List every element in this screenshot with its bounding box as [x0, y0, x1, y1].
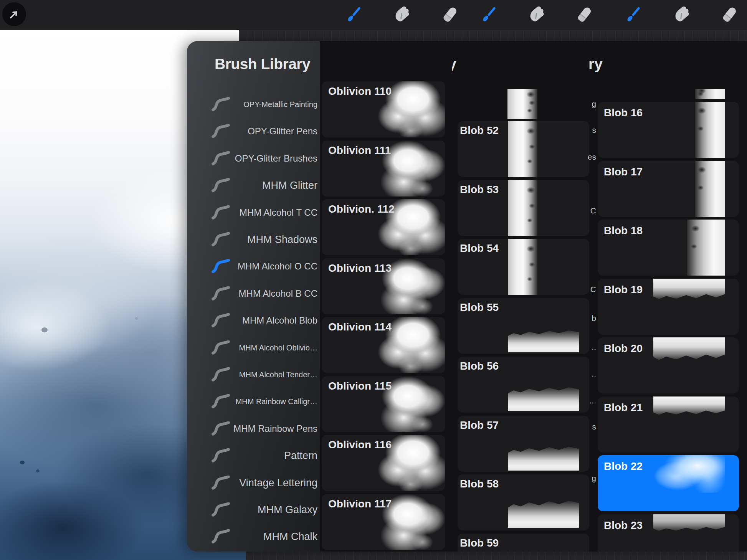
sidebar-item-mhm-rainbow-calligraphy[interactable]: MHM Rainbow Calligr… [187, 388, 320, 415]
brush-row[interactable]: Oblivion 114 [322, 317, 445, 373]
brush-row[interactable]: Blob 52 [458, 121, 589, 177]
brush-row[interactable]: Oblivion 115 [322, 376, 445, 432]
brush-thumbnail [508, 445, 579, 471]
brush-row[interactable]: Oblivion 117 [322, 494, 445, 550]
panel-title: Brush Library [215, 56, 310, 73]
ink-splatter-dot [41, 327, 48, 332]
eraser-icon [573, 5, 594, 25]
overlapped-sidebar-fragment: C [590, 285, 596, 294]
brush-thumbnail [378, 376, 445, 432]
overlapped-sidebar-fragment: ... [589, 396, 596, 405]
sidebar-item-mhm-chalk[interactable]: MHM Chalk [187, 523, 320, 550]
brushstroke-icon [212, 205, 230, 220]
brushstroke-icon [212, 259, 230, 274]
smudge-icon [671, 5, 692, 25]
sidebar-item-mhm-alcohol-b-cc[interactable]: MHM Alcohol B CC [187, 280, 320, 307]
brushstroke-icon [212, 421, 230, 436]
ink-splatter-dot [135, 317, 138, 320]
brush-thumbnail [508, 386, 579, 411]
overlapped-sidebar-fragment: s [592, 126, 597, 135]
sidebar-item-mhm-rainbow-pens[interactable]: MHM Rainbow Pens [187, 415, 320, 442]
brush-row[interactable]: Blob 21 [598, 396, 739, 453]
eraser-tool[interactable] [438, 3, 461, 27]
brush-thumbnail [653, 396, 725, 416]
sidebar-item-mhm-shadows[interactable]: MHM Shadows [187, 226, 320, 253]
gallery-button[interactable] [2, 2, 26, 26]
overlapped-title-fragment: ry [588, 56, 603, 73]
brush-thumbnail [653, 337, 725, 362]
sidebar-item-opy-glitter-brushes[interactable]: OPY-Glitter Brushes [187, 145, 320, 172]
brush-row[interactable]: Oblivion. 112 [322, 199, 445, 255]
brush-thumbnail [695, 161, 725, 217]
sidebar-item-pattern[interactable]: Pattern [187, 442, 320, 469]
eraser-tool[interactable] [717, 3, 741, 27]
brushstroke-icon [212, 124, 230, 139]
brushstroke-icon [212, 313, 230, 328]
sidebar-item-mhm-alcohol-blob[interactable]: MHM Alcohol Blob [187, 307, 320, 334]
brush-row[interactable]: Blob 16 [598, 102, 739, 158]
brush-row[interactable]: Blob 17 [598, 161, 739, 217]
brush-thumbnail [508, 121, 537, 177]
smudge-tool[interactable] [524, 3, 548, 27]
overlapped-sidebar-fragment: .. [592, 342, 596, 352]
brush-row[interactable]: Blob 57 [458, 416, 589, 472]
brush-thumbnail [378, 140, 445, 197]
brush-row[interactable]: Blob 59 [458, 534, 589, 552]
brush-row-selected[interactable]: Blob 22 [598, 455, 739, 511]
overlapped-sidebar-fragment: b [592, 314, 596, 323]
brush-thumbnail [695, 102, 725, 158]
brush-thumbnail [653, 279, 725, 301]
sidebar-item-mhm-alcohol-oblivion[interactable]: MHM Alcohol Oblivio… [187, 334, 320, 361]
brushstroke-icon [212, 448, 230, 463]
brushstroke-icon [212, 286, 230, 301]
brushstroke-icon [212, 97, 230, 112]
paint-brush-tool[interactable] [621, 3, 645, 27]
canvas-edge-strip-bottom [246, 552, 747, 560]
brush-row[interactable]: Blob 18 [598, 220, 739, 276]
overlapped-title-fragment: y [452, 56, 458, 76]
paint-brush-icon [623, 5, 643, 25]
brush-row[interactable]: Blob 53 [458, 180, 589, 236]
paint-brush-tool[interactable] [477, 3, 501, 27]
sidebar-item-mhm-alcohol-tender[interactable]: MHM Alcohol Tender… [187, 361, 320, 388]
sidebar-item-mhm-glitter[interactable]: MHM Glitter [187, 172, 320, 199]
brushstroke-icon [212, 340, 230, 355]
brush-row[interactable]: Blob 20 [598, 337, 739, 393]
smudge-tool[interactable] [669, 3, 693, 27]
brush-row[interactable]: Oblivion 113 [322, 258, 445, 314]
brush-row[interactable]: Blob 19 [598, 279, 739, 335]
brush-thumbnail [508, 239, 537, 295]
brushstroke-icon [212, 394, 230, 409]
brushstroke-icon [212, 232, 230, 247]
eraser-tool[interactable] [572, 3, 596, 27]
brush-thumbnail [378, 494, 445, 550]
brush-row[interactable]: Blob 55 [458, 298, 589, 354]
paint-brush-tool[interactable] [342, 3, 365, 27]
sidebar-item-mhm-galaxy[interactable]: MHM Galaxy [187, 496, 320, 523]
overlapped-sidebar-fragment: s [592, 422, 597, 431]
procreate-window: Brush Library y ry OPY-Metallic Painting… [0, 0, 747, 560]
brush-row[interactable]: Oblivion 111 [322, 140, 445, 197]
smudge-tool[interactable] [390, 3, 413, 27]
paint-brush-icon [343, 5, 364, 25]
brush-thumbnail [653, 455, 725, 493]
brush-row[interactable]: Blob 56 [458, 357, 589, 413]
paint-brush-icon [478, 5, 499, 25]
overlapped-sidebar-fragment: es [588, 152, 596, 162]
sidebar-item-vintage-lettering[interactable]: Vintage Lettering [187, 469, 320, 496]
brushstroke-icon [212, 529, 230, 544]
brush-row[interactable]: Blob 54 [458, 239, 589, 295]
brush-thumbnail [508, 180, 537, 236]
sidebar-item-mhm-alcohol-t-cc[interactable]: MHM Alcohol T CC [187, 199, 320, 226]
sidebar-item-opy-metallic-painting[interactable]: OPY-Metallic Painting [187, 91, 320, 118]
brush-row[interactable]: Oblivion 116 [322, 435, 445, 491]
overlapped-sidebar-fragment: g [592, 99, 596, 109]
smudge-icon [526, 5, 547, 25]
sidebar-item-mhm-alcohol-o-cc[interactable]: MHM Alcohol O CC [187, 253, 320, 280]
brush-row[interactable]: Oblivion 110 [322, 81, 445, 137]
sidebar-item-opy-glitter-pens[interactable]: OPY-Glitter Pens [187, 118, 320, 145]
top-toolbar [0, 0, 747, 30]
brush-row[interactable]: Blob 23 [598, 514, 739, 552]
brush-thumbnail [378, 199, 445, 255]
brush-row[interactable]: Blob 58 [458, 474, 589, 530]
